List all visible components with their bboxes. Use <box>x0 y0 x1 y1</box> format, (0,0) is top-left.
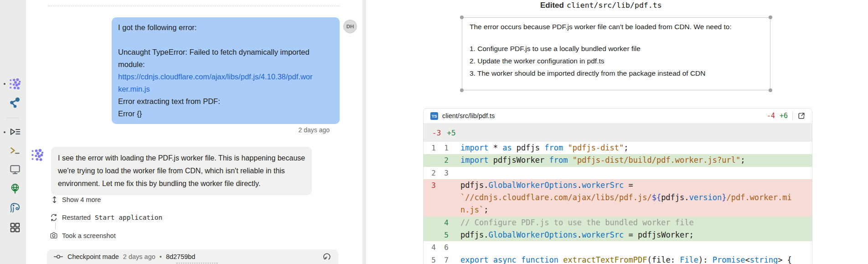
user-message-line: Error extracting text from PDF: <box>118 95 333 108</box>
new-line-number <box>436 179 449 192</box>
restart-icon <box>50 213 58 222</box>
agent-notification-dot <box>4 83 5 85</box>
terminal-icon <box>9 145 21 157</box>
old-line-number <box>424 204 436 216</box>
grid-icon <box>9 222 21 233</box>
edit-action-label: Edited <box>540 1 564 10</box>
code-line-content: import * as pdfjs from "pdfjs-dist"; <box>449 142 629 154</box>
monitor-icon <box>9 164 21 176</box>
new-line-number: 2 <box>436 154 449 166</box>
diff-hunk-header: -3 +5 <box>424 124 812 142</box>
diff-line-context: 11import * as pdfjs from "pdfjs-dist"; <box>424 142 812 154</box>
sidebar-item-agent[interactable] <box>9 78 21 90</box>
agent-message-line: we're trying to load the worker file fro… <box>58 165 305 177</box>
sidebar-item-database[interactable] <box>9 202 21 214</box>
diff-line-context: 46 <box>424 241 812 254</box>
globe-deploy-icon <box>9 183 21 195</box>
branch-share-icon <box>9 97 21 109</box>
agent-icon <box>9 78 21 90</box>
diff-line-added: 4// Configure PDF.js to use the bundled … <box>424 217 812 229</box>
error-url-link[interactable]: ker.min.js <box>118 83 333 95</box>
next-item-dotted-edge <box>176 263 218 264</box>
open-external-icon[interactable] <box>797 112 806 120</box>
user-message-line: I got the following error: <box>118 21 333 34</box>
code-line-content: n.js`; <box>449 204 488 216</box>
rollback-button[interactable] <box>322 252 332 261</box>
diff-code-area[interactable]: 11import * as pdfjs from "pdfjs-dist";2i… <box>424 142 812 264</box>
agent-message-bubble: I see the error with loading the PDF.js … <box>51 147 312 195</box>
sidebar-item-shell[interactable] <box>9 145 21 157</box>
removed-lines-count: -4 <box>767 112 775 120</box>
selection-handle-top-right[interactable] <box>769 16 772 19</box>
selection-handle-top-left[interactable] <box>460 16 464 19</box>
diff-line-removed: 3pdfjs.GlobalWorkerOptions.workerSrc = <box>424 179 812 192</box>
edit-summary-title: Editedclient/src/lib/pdf.ts <box>540 1 662 10</box>
diff-file-path: client/src/lib/pdf.ts <box>442 112 495 119</box>
selection-handle-bottom-right[interactable] <box>769 88 772 92</box>
diff-line-added: 5pdfjs.GlobalWorkerOptions.workerSrc = p… <box>424 229 812 241</box>
sidebar-item-assistant[interactable] <box>9 97 21 109</box>
note-list-item: 1. Configure PDF.js to use a locally bun… <box>470 42 763 55</box>
workflows-notification-dot <box>4 131 5 133</box>
note-list-item: 2. Update the worker configuration in pd… <box>470 55 763 67</box>
diff-card: TS client/src/lib/pdf.ts -4 +6 -3 +5 11i… <box>423 108 812 264</box>
restarted-action-row[interactable]: Restarted Start application <box>50 213 162 222</box>
old-line-number <box>424 154 436 166</box>
user-message-blank-line <box>118 34 333 46</box>
old-line-number: 2 <box>424 167 436 179</box>
note-intro: The error occurs because PDF.js worker f… <box>470 23 763 31</box>
user-message-timestamp: 2 days ago <box>112 126 330 134</box>
error-url-link[interactable]: https://cdnjs.cloudflare.com/ajax/libs/p… <box>118 71 333 83</box>
checkpoint-label: Checkpoint made <box>67 253 119 260</box>
camera-icon <box>50 232 58 239</box>
sidebar-item-output[interactable] <box>9 164 21 176</box>
old-line-number: 1 <box>424 142 436 154</box>
checkpoint-bar: Checkpoint made 2 days ago • 8d2759bd <box>47 249 338 264</box>
agent-message-line: I see the error with loading the PDF.js … <box>58 152 305 165</box>
hunk-added-count: +5 <box>447 129 455 137</box>
code-line-content: import pdfjsWorker from "pdfjs-dist/buil… <box>449 154 745 166</box>
old-line-number <box>424 229 436 241</box>
checkpoint-time: 2 days ago <box>123 253 155 260</box>
restarted-label: Restarted <box>62 214 91 221</box>
panel-divider[interactable] <box>362 0 366 264</box>
new-line-number <box>436 204 449 216</box>
selection-handle-bottom-left[interactable] <box>460 88 464 92</box>
sidebar-item-workflows[interactable] <box>9 126 21 138</box>
new-line-number <box>436 192 449 204</box>
header-separator <box>792 112 793 120</box>
new-line-number: 3 <box>436 167 449 179</box>
annotation-note-box[interactable]: The error occurs because PDF.js worker f… <box>462 17 770 90</box>
show-more-button[interactable]: Show 4 more <box>51 195 101 204</box>
agent-avatar-icon <box>31 149 44 161</box>
new-line-number: 5 <box>436 229 449 241</box>
user-message-line: module: <box>118 58 333 71</box>
old-line-number: 5 <box>424 254 436 264</box>
sidebar-item-deploy[interactable] <box>9 183 21 195</box>
diff-line-context: 57export async function extractTextFromP… <box>424 254 812 264</box>
diff-line-added: 2import pdfjsWorker from "pdfjs-dist/bui… <box>424 154 812 166</box>
diff-line-removed: `//cdnjs.cloudflare.com/ajax/libs/pdf.js… <box>424 192 812 204</box>
screenshot-action-row[interactable]: Took a screenshot <box>50 232 116 239</box>
rail-divider <box>6 118 20 118</box>
tool-rail <box>0 0 26 264</box>
app-window: I got the following error: Uncaught Type… <box>0 0 868 264</box>
restarted-workflow-name: Start application <box>95 214 162 221</box>
diff-line-removed: n.js`; <box>424 204 812 216</box>
new-line-number: 6 <box>436 241 449 254</box>
old-line-number: 3 <box>424 179 436 192</box>
old-line-number <box>424 192 436 204</box>
postgresql-icon <box>9 202 21 214</box>
screenshot-label: Took a screenshot <box>62 232 116 239</box>
sidebar-item-all-tools[interactable] <box>9 222 21 233</box>
new-line-number: 1 <box>436 142 449 154</box>
diff-header: TS client/src/lib/pdf.ts -4 +6 <box>424 109 812 124</box>
typescript-file-icon: TS <box>430 112 438 120</box>
code-line-content: pdfjs.GlobalWorkerOptions.workerSrc = <box>449 179 633 192</box>
expand-updown-icon <box>51 195 58 204</box>
checkpoint-bullet: • <box>160 253 162 260</box>
hunk-removed-count: -3 <box>432 129 441 137</box>
code-line-content: pdfjs.GlobalWorkerOptions.workerSrc = pd… <box>449 229 694 241</box>
user-message-bubble: I got the following error: Uncaught Type… <box>112 17 340 124</box>
checkpoint-hash: 8d2759bd <box>166 253 196 260</box>
